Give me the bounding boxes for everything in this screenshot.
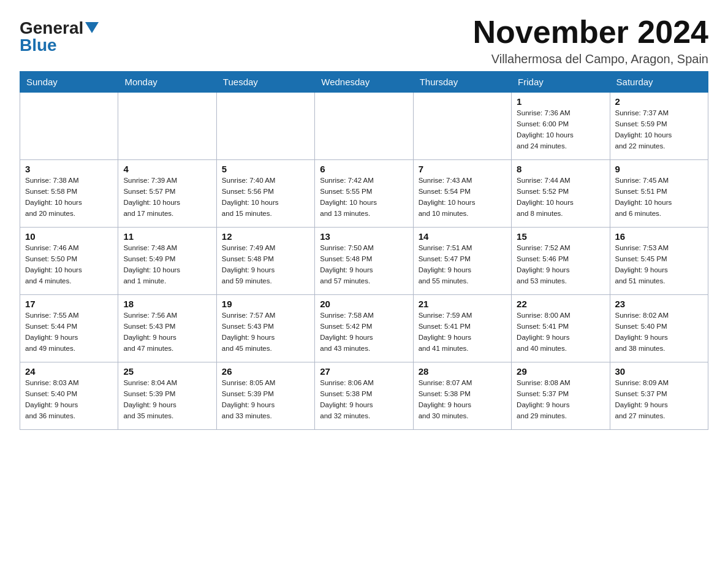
calendar-cell bbox=[118, 93, 216, 160]
calendar-week-row: 10Sunrise: 7:46 AM Sunset: 5:50 PM Dayli… bbox=[20, 228, 708, 295]
day-number: 15 bbox=[517, 231, 604, 242]
day-info: Sunrise: 7:46 AM Sunset: 5:50 PM Dayligh… bbox=[25, 243, 113, 286]
weekday-header-friday: Friday bbox=[512, 72, 610, 93]
day-info: Sunrise: 8:00 AM Sunset: 5:41 PM Dayligh… bbox=[517, 310, 604, 354]
day-number: 7 bbox=[419, 164, 506, 174]
day-number: 16 bbox=[615, 231, 703, 242]
day-info: Sunrise: 8:02 AM Sunset: 5:40 PM Dayligh… bbox=[615, 310, 703, 354]
day-info: Sunrise: 7:55 AM Sunset: 5:44 PM Dayligh… bbox=[25, 310, 113, 354]
day-info: Sunrise: 7:53 AM Sunset: 5:45 PM Dayligh… bbox=[615, 243, 703, 286]
day-info: Sunrise: 7:51 AM Sunset: 5:47 PM Dayligh… bbox=[419, 243, 506, 286]
calendar-cell: 23Sunrise: 8:02 AM Sunset: 5:40 PM Dayli… bbox=[610, 295, 708, 362]
calendar-cell: 16Sunrise: 7:53 AM Sunset: 5:45 PM Dayli… bbox=[610, 228, 708, 295]
day-info: Sunrise: 8:03 AM Sunset: 5:40 PM Dayligh… bbox=[25, 378, 113, 421]
weekday-header-saturday: Saturday bbox=[610, 72, 708, 93]
day-info: Sunrise: 7:36 AM Sunset: 6:00 PM Dayligh… bbox=[517, 108, 604, 151]
calendar-cell: 12Sunrise: 7:49 AM Sunset: 5:48 PM Dayli… bbox=[216, 228, 314, 295]
day-info: Sunrise: 7:45 AM Sunset: 5:51 PM Dayligh… bbox=[615, 175, 703, 219]
day-info: Sunrise: 7:37 AM Sunset: 5:59 PM Dayligh… bbox=[615, 108, 703, 151]
day-number: 26 bbox=[222, 366, 309, 377]
calendar-cell: 8Sunrise: 7:44 AM Sunset: 5:52 PM Daylig… bbox=[512, 160, 610, 228]
day-number: 19 bbox=[222, 299, 309, 309]
weekday-header-thursday: Thursday bbox=[413, 72, 511, 93]
calendar-cell: 28Sunrise: 8:07 AM Sunset: 5:38 PM Dayli… bbox=[413, 362, 511, 430]
calendar-cell: 7Sunrise: 7:43 AM Sunset: 5:54 PM Daylig… bbox=[413, 160, 511, 228]
calendar-cell: 29Sunrise: 8:08 AM Sunset: 5:37 PM Dayli… bbox=[512, 362, 610, 430]
day-number: 10 bbox=[25, 231, 113, 242]
calendar-cell: 26Sunrise: 8:05 AM Sunset: 5:39 PM Dayli… bbox=[216, 362, 314, 430]
day-number: 21 bbox=[419, 299, 506, 309]
day-number: 24 bbox=[25, 366, 113, 377]
calendar-week-row: 24Sunrise: 8:03 AM Sunset: 5:40 PM Dayli… bbox=[20, 362, 708, 430]
calendar-cell: 4Sunrise: 7:39 AM Sunset: 5:57 PM Daylig… bbox=[118, 160, 216, 228]
day-info: Sunrise: 7:57 AM Sunset: 5:43 PM Dayligh… bbox=[222, 310, 309, 354]
weekday-header-monday: Monday bbox=[118, 72, 216, 93]
day-info: Sunrise: 8:07 AM Sunset: 5:38 PM Dayligh… bbox=[419, 378, 506, 421]
calendar-cell: 9Sunrise: 7:45 AM Sunset: 5:51 PM Daylig… bbox=[610, 160, 708, 228]
weekday-header-tuesday: Tuesday bbox=[216, 72, 314, 93]
calendar-cell: 2Sunrise: 7:37 AM Sunset: 5:59 PM Daylig… bbox=[610, 93, 708, 160]
calendar-cell: 27Sunrise: 8:06 AM Sunset: 5:38 PM Dayli… bbox=[315, 362, 413, 430]
title-block: November 2024 Villahermosa del Campo, Ar… bbox=[473, 15, 708, 66]
day-number: 2 bbox=[615, 96, 703, 107]
calendar-cell: 25Sunrise: 8:04 AM Sunset: 5:39 PM Dayli… bbox=[118, 362, 216, 430]
calendar-cell: 19Sunrise: 7:57 AM Sunset: 5:43 PM Dayli… bbox=[216, 295, 314, 362]
day-number: 14 bbox=[419, 231, 506, 242]
calendar-cell: 10Sunrise: 7:46 AM Sunset: 5:50 PM Dayli… bbox=[20, 228, 118, 295]
day-info: Sunrise: 8:09 AM Sunset: 5:37 PM Dayligh… bbox=[615, 378, 703, 421]
day-info: Sunrise: 7:59 AM Sunset: 5:41 PM Dayligh… bbox=[419, 310, 506, 354]
calendar-cell: 3Sunrise: 7:38 AM Sunset: 5:58 PM Daylig… bbox=[20, 160, 118, 228]
calendar-cell: 21Sunrise: 7:59 AM Sunset: 5:41 PM Dayli… bbox=[413, 295, 511, 362]
month-year-title: November 2024 bbox=[473, 15, 708, 50]
weekday-header-row: SundayMondayTuesdayWednesdayThursdayFrid… bbox=[20, 72, 708, 93]
day-info: Sunrise: 7:49 AM Sunset: 5:48 PM Dayligh… bbox=[222, 243, 309, 286]
calendar-cell: 24Sunrise: 8:03 AM Sunset: 5:40 PM Dayli… bbox=[20, 362, 118, 430]
day-number: 8 bbox=[517, 164, 604, 174]
calendar-cell: 18Sunrise: 7:56 AM Sunset: 5:43 PM Dayli… bbox=[118, 295, 216, 362]
day-number: 25 bbox=[123, 366, 211, 377]
day-info: Sunrise: 7:52 AM Sunset: 5:46 PM Dayligh… bbox=[517, 243, 604, 286]
day-number: 28 bbox=[419, 366, 506, 377]
day-number: 20 bbox=[320, 299, 408, 309]
day-info: Sunrise: 7:48 AM Sunset: 5:49 PM Dayligh… bbox=[123, 243, 211, 286]
calendar-cell: 20Sunrise: 7:58 AM Sunset: 5:42 PM Dayli… bbox=[315, 295, 413, 362]
calendar-cell bbox=[413, 93, 511, 160]
day-info: Sunrise: 7:56 AM Sunset: 5:43 PM Dayligh… bbox=[123, 310, 211, 354]
calendar-cell: 11Sunrise: 7:48 AM Sunset: 5:49 PM Dayli… bbox=[118, 228, 216, 295]
day-info: Sunrise: 7:50 AM Sunset: 5:48 PM Dayligh… bbox=[320, 243, 408, 286]
day-info: Sunrise: 8:06 AM Sunset: 5:38 PM Dayligh… bbox=[320, 378, 408, 421]
day-number: 18 bbox=[123, 299, 211, 309]
day-number: 5 bbox=[222, 164, 309, 174]
calendar-cell bbox=[315, 93, 413, 160]
calendar-week-row: 3Sunrise: 7:38 AM Sunset: 5:58 PM Daylig… bbox=[20, 160, 708, 228]
day-info: Sunrise: 8:08 AM Sunset: 5:37 PM Dayligh… bbox=[517, 378, 604, 421]
calendar-table: SundayMondayTuesdayWednesdayThursdayFrid… bbox=[20, 71, 708, 430]
day-info: Sunrise: 7:38 AM Sunset: 5:58 PM Dayligh… bbox=[25, 175, 113, 219]
calendar-cell: 22Sunrise: 8:00 AM Sunset: 5:41 PM Dayli… bbox=[512, 295, 610, 362]
day-info: Sunrise: 8:04 AM Sunset: 5:39 PM Dayligh… bbox=[123, 378, 211, 421]
day-number: 30 bbox=[615, 366, 703, 377]
day-info: Sunrise: 7:40 AM Sunset: 5:56 PM Dayligh… bbox=[222, 175, 309, 219]
day-info: Sunrise: 7:44 AM Sunset: 5:52 PM Dayligh… bbox=[517, 175, 604, 219]
day-number: 3 bbox=[25, 164, 113, 174]
calendar-cell: 30Sunrise: 8:09 AM Sunset: 5:37 PM Dayli… bbox=[610, 362, 708, 430]
calendar-cell: 13Sunrise: 7:50 AM Sunset: 5:48 PM Dayli… bbox=[315, 228, 413, 295]
calendar-cell: 15Sunrise: 7:52 AM Sunset: 5:46 PM Dayli… bbox=[512, 228, 610, 295]
day-info: Sunrise: 8:05 AM Sunset: 5:39 PM Dayligh… bbox=[222, 378, 309, 421]
weekday-header-sunday: Sunday bbox=[20, 72, 118, 93]
calendar-header: SundayMondayTuesdayWednesdayThursdayFrid… bbox=[20, 72, 708, 93]
day-number: 1 bbox=[517, 96, 604, 107]
logo: General Blue bbox=[20, 20, 99, 54]
day-number: 22 bbox=[517, 299, 604, 309]
day-number: 6 bbox=[320, 164, 408, 174]
calendar-cell: 14Sunrise: 7:51 AM Sunset: 5:47 PM Dayli… bbox=[413, 228, 511, 295]
day-number: 4 bbox=[123, 164, 211, 174]
day-number: 9 bbox=[615, 164, 703, 174]
day-number: 27 bbox=[320, 366, 408, 377]
day-info: Sunrise: 7:39 AM Sunset: 5:57 PM Dayligh… bbox=[123, 175, 211, 219]
calendar-week-row: 17Sunrise: 7:55 AM Sunset: 5:44 PM Dayli… bbox=[20, 295, 708, 362]
day-number: 11 bbox=[123, 231, 211, 242]
calendar-cell: 1Sunrise: 7:36 AM Sunset: 6:00 PM Daylig… bbox=[512, 93, 610, 160]
calendar-cell bbox=[216, 93, 314, 160]
calendar-cell bbox=[20, 93, 118, 160]
